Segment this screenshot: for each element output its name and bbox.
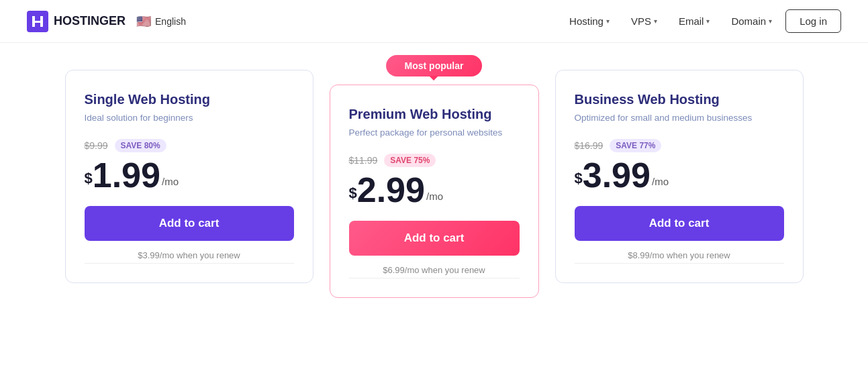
- logo-text: HOSTINGER: [54, 14, 126, 28]
- navbar-left: HOSTINGER 🇺🇸 English: [27, 11, 186, 32]
- navbar-right: Hosting ▾ VPS ▾ Email ▾ Domain ▾ Log in: [561, 9, 841, 33]
- language-selector[interactable]: 🇺🇸 English: [136, 14, 186, 29]
- premium-card-title: Premium Web Hosting: [349, 107, 520, 122]
- single-price-period: /mo: [162, 176, 179, 187]
- chevron-down-icon: ▾: [606, 17, 610, 25]
- single-price-amount: 1.99: [93, 158, 160, 193]
- nav-hosting-label: Hosting: [569, 15, 604, 27]
- chevron-down-icon: ▾: [654, 17, 657, 25]
- flag-icon: 🇺🇸: [136, 14, 151, 29]
- logo[interactable]: HOSTINGER: [27, 11, 126, 32]
- business-add-to-cart-button[interactable]: Add to cart: [575, 206, 784, 241]
- business-price-amount: 3.99: [583, 158, 650, 193]
- premium-price-dollar: $: [349, 185, 357, 202]
- single-price-row: $9.99 SAVE 80%: [85, 139, 294, 152]
- single-save-badge: SAVE 80%: [115, 139, 166, 152]
- single-price-main: $ 1.99 /mo: [85, 158, 294, 193]
- premium-add-to-cart-button[interactable]: Add to cart: [349, 221, 520, 256]
- pricing-cards-container: Single Web Hosting Ideal solution for be…: [65, 70, 804, 298]
- premium-original-price: $11.99: [349, 155, 378, 166]
- premium-hosting-wrapper: Most popular Premium Web Hosting Perfect…: [330, 70, 539, 298]
- premium-card-divider: [349, 278, 520, 278]
- navbar: HOSTINGER 🇺🇸 English Hosting ▾ VPS ▾ Ema…: [0, 0, 868, 43]
- nav-item-email[interactable]: Email ▾: [671, 10, 718, 32]
- hostinger-logo-icon: [27, 11, 48, 32]
- business-renew-text: $8.99/mo when you renew: [575, 250, 784, 260]
- premium-price-row: $11.99 SAVE 75%: [349, 154, 520, 167]
- nav-vps-label: VPS: [631, 15, 651, 27]
- chevron-down-icon: ▾: [706, 17, 710, 25]
- premium-hosting-card: Premium Web Hosting Perfect package for …: [330, 85, 539, 298]
- chevron-down-icon: ▾: [769, 17, 772, 25]
- single-hosting-card: Single Web Hosting Ideal solution for be…: [65, 70, 314, 283]
- single-add-to-cart-button[interactable]: Add to cart: [85, 206, 294, 241]
- single-card-subtitle: Ideal solution for beginners: [85, 113, 294, 123]
- business-save-badge: SAVE 77%: [610, 139, 661, 152]
- business-price-period: /mo: [652, 176, 669, 187]
- nav-domain-label: Domain: [731, 15, 766, 27]
- single-price-dollar: $: [85, 170, 93, 187]
- business-card-subtitle: Optimized for small and medium businesse…: [575, 113, 784, 123]
- business-card-title: Business Web Hosting: [575, 92, 784, 107]
- single-original-price: $9.99: [85, 140, 108, 151]
- business-price-dollar: $: [575, 170, 583, 187]
- nav-email-label: Email: [679, 15, 704, 27]
- nav-item-domain[interactable]: Domain ▾: [723, 10, 780, 32]
- business-price-main: $ 3.99 /mo: [575, 158, 784, 193]
- pricing-section: Single Web Hosting Ideal solution for be…: [0, 43, 868, 325]
- most-popular-badge: Most popular: [386, 55, 483, 76]
- single-renew-text: $3.99/mo when you renew: [85, 250, 294, 260]
- premium-price-main: $ 2.99 /mo: [349, 172, 520, 207]
- premium-save-badge: SAVE 75%: [384, 154, 436, 167]
- single-card-divider: [85, 263, 294, 264]
- premium-price-period: /mo: [426, 191, 443, 202]
- business-hosting-card: Business Web Hosting Optimized for small…: [555, 70, 804, 283]
- login-button[interactable]: Log in: [785, 9, 841, 33]
- nav-item-hosting[interactable]: Hosting ▾: [561, 10, 618, 32]
- language-label: English: [155, 16, 186, 27]
- premium-renew-text: $6.99/mo when you renew: [349, 265, 520, 275]
- business-card-divider: [575, 263, 784, 264]
- premium-price-amount: 2.99: [357, 172, 425, 207]
- single-card-title: Single Web Hosting: [85, 92, 294, 107]
- business-original-price: $16.99: [575, 140, 604, 151]
- premium-card-subtitle: Perfect package for personal websites: [349, 127, 520, 138]
- nav-item-vps[interactable]: VPS ▾: [623, 10, 665, 32]
- business-price-row: $16.99 SAVE 77%: [575, 139, 784, 152]
